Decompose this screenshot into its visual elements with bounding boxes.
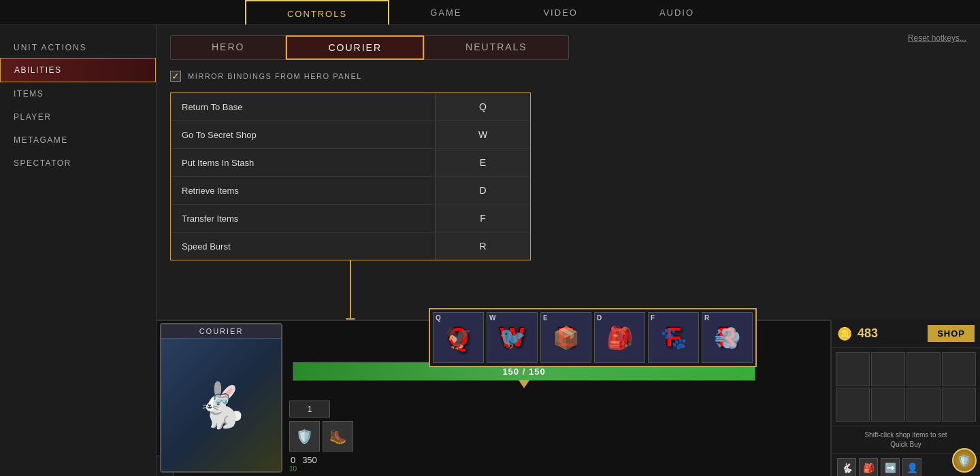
keybind-label-2: Put Items In Stash — [171, 150, 435, 176]
health-text: 150 / 150 — [502, 367, 545, 377]
shop-cell-5[interactable] — [871, 388, 905, 422]
tab-courier[interactable]: COURIER — [286, 35, 424, 60]
ability-3-bg: 🎒 — [595, 313, 644, 362]
shop-cell-6[interactable] — [906, 388, 941, 422]
ability-0-img: 🦅 — [445, 325, 472, 351]
sidebar-item-player[interactable]: PLAYER — [0, 105, 156, 129]
shop-info-line2: Quick Buy — [837, 440, 975, 449]
keybind-label-5: Speed Burst — [171, 233, 435, 260]
ability-3-img: 🎒 — [606, 325, 634, 351]
shop-icon-bag[interactable]: 🎒 — [859, 458, 878, 476]
tabs-row: HERO COURIER NEUTRALS — [157, 25, 980, 60]
ability-4-bg: 🐾 — [649, 313, 698, 362]
shop-panel: 🪙 483 SHOP Shift-click shop items to set — [830, 320, 980, 476]
keybind-row-3: Retrieve Items D — [171, 177, 530, 205]
unit-icons: 🛡️ 🥾 — [289, 421, 371, 452]
shop-grid — [832, 348, 980, 426]
keybind-row-0: Return To Base Q — [171, 93, 530, 121]
keybind-table: Return To Base Q Go To Secret Shop W Put… — [170, 92, 531, 260]
courier-portrait: 🐇 🥽 — [161, 339, 281, 471]
ability-5-bg: 💨 — [702, 313, 752, 362]
tab-neutrals[interactable]: NEUTRALS — [424, 35, 569, 60]
keybind-key-5[interactable]: R — [435, 233, 530, 260]
shop-cell-0[interactable] — [836, 352, 870, 386]
checkmark-icon: ✓ — [172, 71, 180, 82]
mirror-binding-row: ✓ MIRROR BINDINGS FROM HERO PANEL — [157, 60, 980, 92]
shop-cell-1[interactable] — [871, 352, 905, 386]
nav-audio[interactable]: AUDIO — [619, 0, 735, 24]
ability-icons-row: Q 🦅 Q W 🐦 W E — [429, 308, 757, 367]
shop-bottom-icons: 🐇 🎒 ➡️ 👤 🛡️ — [832, 454, 980, 476]
ability-2-bg: 📦 — [541, 313, 591, 362]
shield-icon: 🛡️ — [289, 421, 320, 452]
sidebar-section-title: UNIT ACTIONS — [0, 32, 156, 58]
ability-1-bg: 🐦 — [487, 313, 537, 362]
ability-icon-5[interactable]: R 💨 R — [702, 312, 753, 363]
courier-panel: COURIER 🐇 🥽 — [160, 323, 282, 473]
ability-0-bg: 🦅 — [434, 313, 483, 362]
shop-cell-7[interactable] — [942, 388, 976, 422]
content-area: Reset hotkeys... HERO COURIER NEUTRALS ✓… — [157, 25, 980, 476]
unit-stat-1: 0 10 — [289, 455, 297, 473]
bottom-section: 10 COURIER 🐇 🥽 1 🛡️ 🥾 — [157, 320, 980, 476]
unit-stats: 0 10 350 — [289, 455, 371, 473]
keybind-row-2: Put Items In Stash E — [171, 149, 530, 177]
nav-controls[interactable]: CONTROLS — [245, 0, 389, 24]
nav-video[interactable]: VIDEO — [502, 0, 618, 24]
ability-1-img: 🐦 — [499, 325, 526, 351]
keybind-label-0: Return To Base — [171, 94, 435, 120]
main-layout: UNIT ACTIONS ABILITIES ITEMS PLAYER META… — [0, 25, 980, 476]
sidebar-item-metagame[interactable]: METAGAME — [0, 129, 156, 152]
shop-cell-4[interactable] — [836, 388, 870, 422]
sidebar-item-abilities[interactable]: ABILITIES — [0, 58, 156, 82]
sidebar-item-items[interactable]: ITEMS — [0, 82, 156, 105]
shop-icon-courier[interactable]: 🐇 — [837, 458, 856, 476]
unit-stat-2: 350 — [302, 455, 317, 473]
reset-hotkeys-link[interactable]: Reset hotkeys... — [908, 33, 966, 43]
ability-icon-3[interactable]: D 🎒 D — [594, 312, 645, 363]
ability-icon-0[interactable]: Q 🦅 Q — [433, 312, 484, 363]
top-nav: CONTROLS GAME VIDEO AUDIO — [0, 0, 980, 25]
shop-cell-2[interactable] — [906, 352, 941, 386]
unit-stat-2-val: 350 — [302, 455, 317, 465]
mirror-label: MIRROR BINDINGS FROM HERO PANEL — [188, 72, 362, 80]
tab-hero[interactable]: HERO — [170, 35, 286, 60]
mirror-checkbox[interactable]: ✓ — [170, 71, 181, 82]
shop-header: 🪙 483 SHOP — [832, 320, 980, 348]
gold-amount: 483 — [858, 326, 878, 341]
keybind-key-0[interactable]: Q — [435, 93, 530, 120]
keybind-label-3: Retrieve Items — [171, 177, 435, 204]
health-area: 150 / 150 Q 🦅 Q W 🐦 — [293, 362, 755, 381]
keybind-key-4[interactable]: F — [435, 205, 530, 232]
keybind-row-1: Go To Secret Shop W — [171, 121, 530, 149]
ability-icon-4[interactable]: F 🐾 F — [648, 312, 699, 363]
keybind-label-1: Go To Secret Shop — [171, 122, 435, 148]
unit-stat-1-sub: 10 — [289, 465, 297, 473]
shop-info-line1: Shift-click shop items to set — [837, 430, 975, 440]
ability-2-img: 📦 — [553, 325, 580, 351]
keybind-row-5: Speed Burst R — [171, 233, 530, 260]
boot-icon: 🥾 — [323, 421, 353, 452]
courier-panel-title: COURIER — [161, 324, 281, 339]
shop-button[interactable]: SHOP — [928, 325, 975, 342]
nav-game[interactable]: GAME — [389, 0, 502, 24]
ability-icon-1[interactable]: W 🐦 W — [487, 312, 538, 363]
sidebar: UNIT ACTIONS ABILITIES ITEMS PLAYER META… — [0, 25, 157, 476]
bottom-right-gold-icon: 🛡️ — [952, 448, 977, 473]
keybind-row-4: Transfer Items F — [171, 205, 530, 233]
shop-icon-arrow[interactable]: ➡️ — [881, 458, 900, 476]
keybind-key-3[interactable]: D — [435, 177, 530, 204]
gold-coin-icon: 🪙 — [837, 326, 852, 341]
ability-5-img: 💨 — [714, 325, 741, 351]
connector-line — [350, 260, 351, 322]
keybind-label-4: Transfer Items — [171, 205, 435, 232]
shop-cell-3[interactable] — [942, 352, 976, 386]
keybind-key-1[interactable]: W — [435, 121, 530, 148]
sidebar-item-spectator[interactable]: SPECTATOR — [0, 152, 156, 175]
ability-icon-2[interactable]: E 📦 E — [540, 312, 591, 363]
unit-stat-1-val: 0 — [289, 455, 297, 465]
keybind-key-2[interactable]: E — [435, 149, 530, 176]
unit-number: 1 — [289, 401, 330, 418]
unit-mid-panel: 1 🛡️ 🥾 0 10 350 — [286, 326, 374, 476]
shop-icon-person[interactable]: 👤 — [902, 458, 921, 476]
